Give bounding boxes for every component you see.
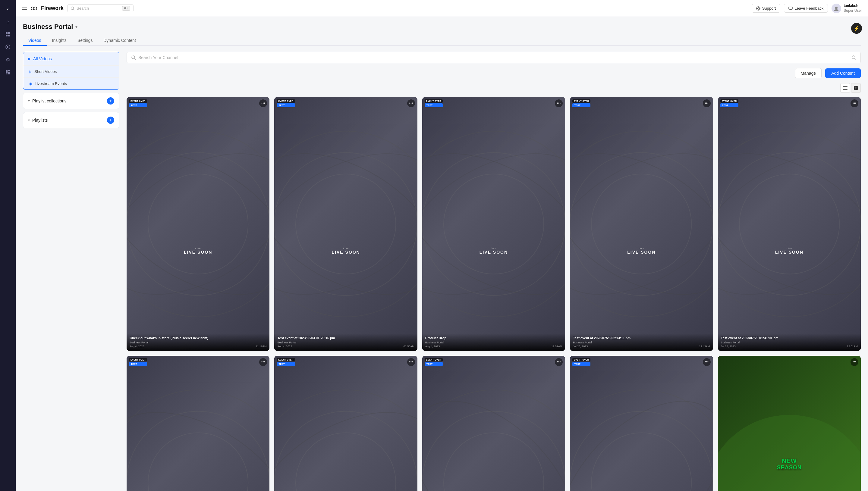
channel-search-bar[interactable] — [127, 52, 861, 63]
channel-search-input[interactable] — [138, 55, 849, 60]
short-video-icon: ▷ — [29, 69, 32, 74]
video-meta: Aug 4, 202312:51AM — [425, 345, 562, 348]
svg-point-25 — [835, 7, 838, 9]
logo-text: Firework — [41, 5, 64, 11]
svg-rect-31 — [843, 88, 847, 88]
event-over-badge: EVENT OVER — [277, 358, 295, 362]
collapse-rail-icon[interactable]: ‹ — [2, 4, 13, 15]
test-badge: TEST — [572, 103, 590, 107]
short-videos-item[interactable]: ▷ Short Videos — [23, 65, 119, 78]
short-videos-label: Short Videos — [34, 69, 57, 74]
playlists-header[interactable]: ▾ Playlists + — [23, 112, 119, 128]
more-options-button[interactable]: ••• — [555, 358, 563, 366]
flash-icon[interactable]: ⚡ — [851, 23, 862, 34]
svg-point-54 — [591, 174, 691, 274]
video-date: Aug 4, 2023 — [130, 345, 144, 348]
dashboard-icon[interactable] — [2, 67, 13, 78]
topbar: Firework Search ⌘K Support — [16, 0, 868, 17]
list-view-button[interactable] — [840, 83, 850, 93]
home-icon[interactable]: ⌂ — [2, 16, 13, 27]
video-card[interactable]: Live LIVE SOON EVENT OVER TEST ••• — [570, 97, 713, 351]
topbar-right: Support Leave Feedback tanlaksh Super Us… — [752, 4, 862, 13]
video-card[interactable]: Live LIVE SOON EVENT OVER TEST ••• — [274, 97, 417, 351]
sidebar-playlists[interactable]: ▾ Playlists + — [23, 112, 119, 128]
svg-rect-36 — [856, 88, 858, 90]
livestream-item[interactable]: ◉ Livestream Events — [23, 78, 119, 89]
svg-rect-2 — [6, 35, 7, 36]
playlist-collections-header[interactable]: ▾ Playlist collections + — [23, 93, 119, 109]
tab-settings[interactable]: Settings — [72, 35, 98, 46]
svg-point-72 — [444, 433, 544, 491]
more-options-button[interactable]: ••• — [703, 99, 711, 107]
svg-line-17 — [74, 9, 75, 10]
avatar — [832, 4, 841, 13]
test-badge: TEST — [129, 362, 147, 366]
svg-marker-5 — [7, 46, 9, 48]
svg-point-16 — [71, 7, 74, 9]
video-meta: Jul 26, 202312:43AM — [573, 345, 710, 348]
video-card[interactable]: NEW SEASON ••• — [718, 356, 861, 491]
play-icon: ▶ — [28, 57, 31, 61]
more-options-button[interactable]: ••• — [555, 99, 563, 107]
video-card[interactable]: Live LIVE SOON EVENT OVER TEST ••• — [422, 97, 565, 351]
page-title: Business Portal — [23, 23, 73, 31]
grid-icon[interactable] — [2, 29, 13, 40]
tab-insights[interactable]: Insights — [47, 35, 72, 46]
svg-point-19 — [757, 7, 759, 9]
svg-point-39 — [148, 174, 248, 274]
event-over-badge: EVENT OVER — [425, 358, 443, 362]
manage-button[interactable]: Manage — [795, 68, 822, 78]
leave-feedback-button[interactable]: Leave Feedback — [784, 4, 828, 13]
play-circle-icon[interactable] — [2, 41, 13, 52]
video-card[interactable]: Live LIVE SOON EVENT OVER TEST ••• — [127, 97, 270, 351]
settings-icon[interactable]: ⚙ — [2, 54, 13, 65]
all-videos-item[interactable]: ▶ All Videos — [23, 52, 119, 65]
more-options-button[interactable]: ••• — [850, 358, 858, 366]
video-card[interactable]: EVENT OVER TEST ••• — [422, 356, 565, 491]
svg-rect-11 — [22, 7, 27, 8]
svg-rect-33 — [854, 86, 856, 88]
tab-videos[interactable]: Videos — [23, 35, 47, 46]
main-content: Manage Add Content — [119, 52, 861, 491]
tab-dynamic-content[interactable]: Dynamic Content — [98, 35, 141, 46]
more-options-button[interactable]: ••• — [407, 358, 415, 366]
video-title: Test event at 2023/08/03 01:20:16 pm — [277, 336, 414, 340]
svg-rect-0 — [6, 32, 7, 34]
page-title-chevron-icon[interactable]: ▾ — [75, 24, 78, 29]
video-card[interactable]: Live LIVE SOON EVENT OVER TEST ••• — [718, 97, 861, 351]
svg-point-64 — [148, 433, 248, 491]
more-options-button[interactable]: ••• — [703, 358, 711, 366]
chevron-down-icon: ▾ — [28, 99, 30, 103]
event-over-badge: EVENT OVER — [129, 99, 147, 103]
more-options-button[interactable]: ••• — [407, 99, 415, 107]
support-button[interactable]: Support — [752, 4, 781, 13]
video-card[interactable]: EVENT OVER TEST ••• — [570, 356, 713, 491]
add-playlist-collection-button[interactable]: + — [107, 97, 114, 105]
more-options-button[interactable]: ••• — [259, 358, 267, 366]
user-menu[interactable]: tanlaksh Super User — [832, 4, 862, 13]
sidebar-all-videos[interactable]: ▶ All Videos ▷ Short Videos ◉ Livestream… — [23, 52, 119, 90]
tabs: Videos Insights Settings Dynamic Content — [23, 35, 861, 46]
svg-point-76 — [591, 433, 691, 491]
video-card[interactable]: EVENT OVER TEST ••• — [274, 356, 417, 491]
hamburger-button[interactable] — [22, 5, 27, 11]
test-badge: TEST — [720, 103, 738, 107]
logo: Firework — [31, 5, 64, 11]
svg-line-27 — [134, 58, 136, 60]
svg-rect-30 — [843, 86, 847, 87]
chevron-down-icon-2: ▾ — [28, 118, 30, 122]
more-options-button[interactable]: ••• — [850, 99, 858, 107]
svg-point-70 — [422, 390, 565, 491]
grid-view-button[interactable] — [851, 83, 861, 93]
video-card[interactable]: EVENT OVER TEST ••• — [127, 356, 270, 491]
svg-rect-12 — [22, 9, 27, 10]
playlist-collections-left: ▾ Playlist collections — [28, 98, 66, 103]
add-playlist-button[interactable]: + — [107, 117, 114, 124]
more-options-button[interactable]: ••• — [259, 99, 267, 107]
test-badge: TEST — [129, 103, 147, 107]
svg-rect-34 — [856, 86, 858, 88]
svg-rect-1 — [8, 32, 10, 34]
search-bar[interactable]: Search ⌘K — [67, 4, 134, 12]
sidebar-playlist-collections[interactable]: ▾ Playlist collections + — [23, 93, 119, 109]
add-content-button[interactable]: Add Content — [825, 68, 861, 78]
